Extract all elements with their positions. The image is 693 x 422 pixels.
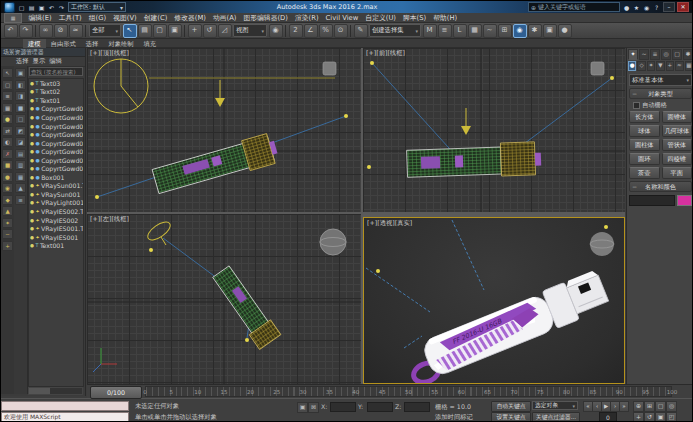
filter-teapot-icon[interactable]: ◆ <box>2 195 13 205</box>
viewport-perspective-label[interactable]: [+][透视][真实] <box>367 219 412 228</box>
scene-object-row[interactable]: ● ● CopyrtGowd04 <box>29 139 83 148</box>
ribbon-tab[interactable]: 自由形式 <box>46 39 81 48</box>
lights-category-icon[interactable]: ✦ <box>647 61 655 71</box>
visibility-bulb-icon[interactable]: ● <box>30 183 34 188</box>
close-button[interactable]: ✕ <box>677 2 689 12</box>
explorer-scrollbar[interactable] <box>28 387 83 395</box>
sign-in-icon[interactable]: ● <box>622 4 631 11</box>
display-list-icon[interactable]: ≡ <box>2 91 13 101</box>
explorer-tool-icon[interactable]: ◧ <box>15 80 26 90</box>
explorer-tool-icon[interactable]: ◩ <box>15 126 26 136</box>
space-warps-category-icon[interactable]: ≈ <box>675 61 683 71</box>
display-link-icon[interactable]: ⇄ <box>2 126 13 136</box>
cameras-category-icon[interactable]: ▼ <box>656 61 664 71</box>
x-coordinate-field[interactable] <box>330 402 356 412</box>
visibility-bulb-icon[interactable]: ● <box>30 149 34 154</box>
selection-filter-dropdown[interactable]: 全部▾ <box>89 24 121 37</box>
visibility-bulb-icon[interactable]: ● <box>30 115 34 120</box>
menu-item[interactable]: 图形编辑器(D) <box>240 13 292 23</box>
reference-coordinate-dropdown[interactable]: 视图▾ <box>233 24 267 37</box>
visibility-bulb-icon[interactable]: ● <box>30 132 34 137</box>
ribbon-toggle-icon[interactable]: ▦ <box>468 24 482 38</box>
explorer-tool-icon[interactable]: ▣ <box>15 68 26 78</box>
viewport-front[interactable]: [+][前][线框] <box>363 48 625 212</box>
z-coordinate-field[interactable] <box>404 402 430 412</box>
display-frozen-icon[interactable]: ✗ <box>2 149 13 159</box>
percent-snap-icon[interactable]: % <box>319 24 333 38</box>
viewport-top[interactable]: [+][顶][线框] <box>87 48 361 212</box>
scene-object-row[interactable]: ● ✦ VRayIES001.Ta <box>29 224 83 233</box>
rectangular-selection-region-icon[interactable]: ▢ <box>153 24 167 38</box>
snaps-toggle-icon[interactable]: 2 <box>289 24 303 38</box>
filter-geometry-icon[interactable]: ■ <box>2 160 13 170</box>
motion-tab-icon[interactable]: ◎ <box>661 49 671 60</box>
display-table-icon[interactable]: ▦ <box>2 103 13 113</box>
menu-item[interactable]: 修改器(M) <box>171 13 210 23</box>
help-icon[interactable]: ? <box>652 4 661 11</box>
modify-tab-icon[interactable]: ~ <box>639 49 649 60</box>
viewport-perspective[interactable]: [+][透视][真实] FF 2016-U 16GB <box>363 217 625 384</box>
align-icon[interactable]: ≡ <box>438 24 452 38</box>
primitive-button[interactable]: 长方体 <box>629 111 660 123</box>
visibility-bulb-icon[interactable]: ● <box>30 106 34 111</box>
open-file-icon[interactable]: ▤ <box>27 4 36 11</box>
ribbon-tab[interactable]: 建模 <box>23 39 46 48</box>
menu-item[interactable]: 创建(C) <box>140 13 171 23</box>
autogrid-checkbox[interactable]: 自动栅格 <box>633 101 693 110</box>
explorer-tool-icon[interactable]: ◨ <box>15 91 26 101</box>
filter-shape-icon[interactable]: ◉ <box>2 183 13 193</box>
explorer-tool-icon[interactable]: ◪ <box>15 137 26 147</box>
scene-object-row[interactable]: ● ● CopyrtGowd05 <box>29 130 83 139</box>
scene-object-row[interactable]: ● ✦ VRayIES002 <box>29 216 83 225</box>
scene-object-row[interactable]: ● ● CopyrtGowd01 <box>29 164 83 173</box>
edit-named-selections-icon[interactable]: ✎ <box>354 24 368 38</box>
visibility-bulb-icon[interactable]: ● <box>30 226 34 231</box>
primitive-category-dropdown[interactable]: 标准基本体 ▾ <box>629 74 692 86</box>
viewport-left-label[interactable]: [+][左][线框] <box>90 215 129 224</box>
community-icon[interactable]: ◉ <box>642 4 651 11</box>
menu-item[interactable]: Civil View <box>322 13 362 23</box>
scene-object-row[interactable]: ● ✦ VRaySun001.Ta <box>29 182 83 191</box>
scene-object-row[interactable]: ● ● CopyrtGowd08 <box>29 105 83 114</box>
scene-object-row[interactable]: ● ✦ VRayIES002.Ta <box>29 207 83 216</box>
infocenter-search-input[interactable]: ⊕ 键入关键字或短语 <box>528 2 620 12</box>
zoom-all-icon[interactable]: ⊞ <box>644 401 655 412</box>
display-hidden-icon[interactable]: ◐ <box>2 137 13 147</box>
helpers-category-icon[interactable]: + <box>666 61 674 71</box>
rendered-frame-window-icon[interactable]: ▣ <box>543 24 557 38</box>
visibility-bulb-icon[interactable]: ● <box>30 98 34 103</box>
scene-object-row[interactable]: ● ● CopyrtGowd07 <box>29 113 83 122</box>
fov-icon[interactable]: ◎ <box>666 401 677 412</box>
zoom-extents-icon[interactable]: ▢ <box>655 401 666 412</box>
bind-to-space-warp-icon[interactable]: ≈ <box>69 24 83 38</box>
filter-bone-icon[interactable]: ~ <box>2 229 13 239</box>
display-tab-icon[interactable]: ▢ <box>672 49 682 60</box>
menu-item[interactable]: 编辑(E) <box>25 13 55 23</box>
explorer-menu-display[interactable]: 显示 <box>33 57 46 66</box>
explorer-search-input[interactable]: 查找 (按名称搜索) <box>29 67 83 76</box>
undo-icon[interactable]: ↶ <box>47 4 56 11</box>
scene-object-row[interactable]: ● ✦ VRaySun001 <box>29 190 83 199</box>
scene-explorer-title[interactable]: 场景资源管理器 <box>1 48 85 57</box>
filter-cone-icon[interactable]: ▲ <box>2 206 13 216</box>
layer-manager-icon[interactable]: L <box>453 24 467 38</box>
menu-item[interactable]: 自定义(U) <box>362 13 400 23</box>
viewport-front-label[interactable]: [+][前][线框] <box>366 49 405 58</box>
scene-object-row[interactable]: ● ● Box001 <box>29 173 83 182</box>
explorer-tool-icon[interactable]: ▤ <box>15 149 26 159</box>
workspace-dropdown[interactable]: 工作区: 默认▾ <box>68 2 126 12</box>
select-and-rotate-icon[interactable]: ↺ <box>203 24 217 38</box>
ribbon-tab[interactable]: 填充 <box>139 39 162 48</box>
spinner-snap-icon[interactable]: ⊙ <box>334 24 348 38</box>
named-selection-sets-dropdown[interactable]: 创建选择集▾ <box>369 24 421 37</box>
display-lights-icon[interactable]: ● <box>2 114 13 124</box>
visibility-bulb-icon[interactable]: ● <box>30 243 34 248</box>
minimize-button[interactable]: – <box>663 2 675 12</box>
scene-object-row[interactable]: ● T Text03 <box>29 79 83 88</box>
redo-icon[interactable]: ↷ <box>19 24 33 38</box>
hierarchy-tab-icon[interactable]: ≡ <box>650 49 660 60</box>
select-and-scale-icon[interactable]: ◿ <box>218 24 232 38</box>
primitive-button[interactable]: 圆柱体 <box>629 139 660 151</box>
filter-sphere-icon[interactable]: ● <box>2 172 13 182</box>
scene-object-row[interactable]: ● ✦ VRayLight001 <box>29 199 83 208</box>
